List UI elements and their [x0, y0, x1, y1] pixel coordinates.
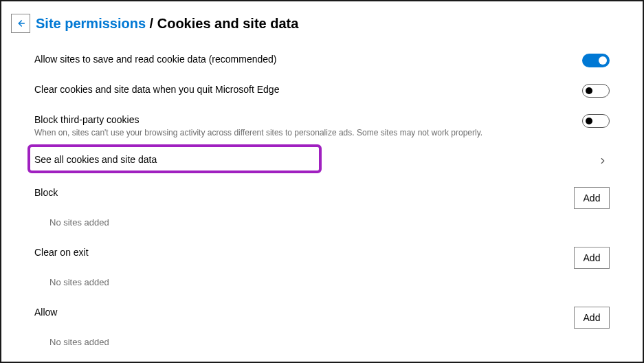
allow-empty-msg: No sites added	[34, 331, 610, 355]
see-all-cookies-row[interactable]: See all cookies and site data	[34, 146, 610, 176]
row-text: Allow	[34, 307, 574, 318]
clear-exit-section-title: Clear on exit	[34, 247, 574, 258]
row-text: Allow sites to save and read cookie data…	[34, 54, 582, 65]
block-third-party-toggle[interactable]	[582, 114, 610, 128]
block-section-title: Block	[34, 187, 574, 198]
breadcrumb-separator: /	[146, 16, 157, 31]
block-add-button[interactable]: Add	[574, 187, 610, 209]
row-text: See all cookies and site data	[34, 154, 596, 165]
clear-exit-add-button[interactable]: Add	[574, 247, 610, 269]
allow-section-title: Allow	[34, 307, 574, 318]
row-text: Block third-party cookies When on, sites…	[34, 114, 582, 138]
row-text: Clear cookies and site data when you qui…	[34, 84, 582, 95]
block-third-party-title: Block third-party cookies	[34, 114, 582, 125]
allow-cookies-toggle[interactable]	[582, 54, 610, 67]
back-button[interactable]	[11, 14, 30, 33]
row-text: Block	[34, 187, 574, 198]
allow-cookies-title: Allow sites to save and read cookie data…	[34, 54, 582, 65]
clear-on-quit-title: Clear cookies and site data when you qui…	[34, 84, 582, 95]
arrow-left-icon	[15, 18, 26, 29]
clear-on-quit-row: Clear cookies and site data when you qui…	[34, 76, 610, 106]
block-third-party-desc: When on, sites can't use your browsing a…	[34, 128, 582, 138]
allow-add-button[interactable]: Add	[574, 307, 610, 329]
chevron-right-icon[interactable]	[596, 154, 610, 168]
block-section-row: Block Add	[34, 176, 610, 212]
clear-exit-section-row: Clear on exit Add	[34, 236, 610, 272]
page-header: Site permissions / Cookies and site data	[1, 1, 643, 38]
breadcrumb-current: Cookies and site data	[157, 16, 299, 31]
clear-exit-empty-msg: No sites added	[34, 272, 610, 296]
clear-on-quit-toggle[interactable]	[582, 84, 610, 98]
allow-cookies-row: Allow sites to save and read cookie data…	[34, 45, 610, 76]
breadcrumb: Site permissions / Cookies and site data	[36, 16, 298, 32]
breadcrumb-link[interactable]: Site permissions	[36, 16, 146, 31]
block-third-party-row: Block third-party cookies When on, sites…	[34, 106, 610, 146]
row-text: Clear on exit	[34, 247, 574, 258]
allow-section-row: Allow Add	[34, 296, 610, 331]
block-empty-msg: No sites added	[34, 212, 610, 236]
see-all-cookies-title: See all cookies and site data	[34, 154, 596, 165]
settings-content: Allow sites to save and read cookie data…	[1, 38, 643, 362]
